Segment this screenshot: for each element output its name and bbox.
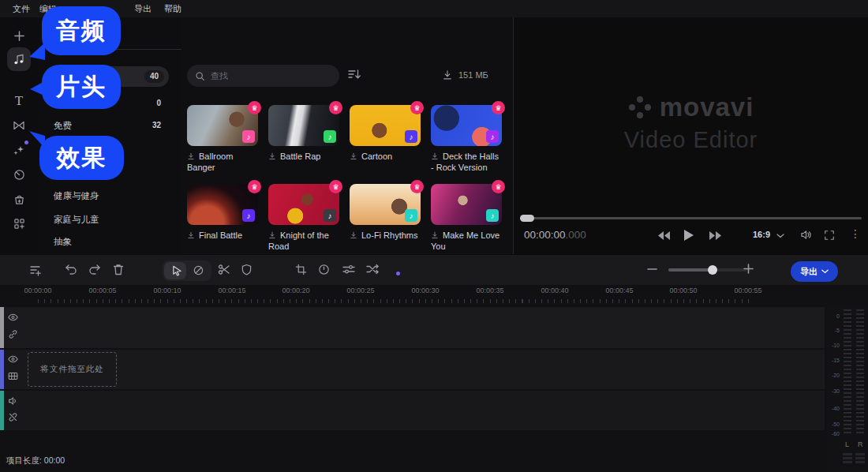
zoom-in-button[interactable] [743,264,754,274]
marker-button[interactable] [241,264,252,275]
music-card[interactable]: Make Me Love You [431,184,503,252]
zoom-out-button[interactable] [647,268,657,271]
undo-button[interactable] [65,264,77,275]
sort-icon [347,68,361,81]
music-note-badge [405,130,417,143]
music-thumbnail[interactable] [350,184,421,225]
speed-button[interactable] [318,264,330,275]
music-thumbnail[interactable] [268,184,339,225]
add-media-icon[interactable] [9,26,28,45]
callout-tail [29,129,45,148]
download-icon[interactable] [431,152,439,160]
file-drop-zone[interactable]: 将文件拖至此处 [28,352,117,387]
menu-help[interactable]: 帮助 [163,0,183,17]
zoom-out-icon [647,268,657,271]
track-type-button[interactable] [8,371,18,381]
ruler-label: 00:00:25 [341,287,380,294]
aspect-ratio-chevron[interactable] [776,234,784,238]
audio-icon[interactable] [7,47,31,71]
select-tool-button[interactable] [171,264,183,276]
download-all-button[interactable]: 151 МБ [442,69,488,81]
download-icon[interactable] [350,231,357,239]
store-icon[interactable] [9,189,28,208]
music-thumbnail[interactable] [431,184,502,225]
track-visibility-button[interactable] [8,355,18,363]
duration-icon[interactable] [9,165,28,184]
channel-label-right: R [858,440,863,448]
track-color-strip [0,350,4,389]
redo-icon [88,264,101,275]
add-to-timeline-button[interactable] [28,264,42,276]
fullscreen-icon [824,230,835,241]
search-box[interactable] [187,65,339,87]
category-item-abstract[interactable]: 抽象 [44,231,169,252]
linked-track[interactable] [0,307,825,348]
track-mute-button[interactable] [8,396,18,406]
category-item-health[interactable]: 健康与健身 [44,185,169,206]
fullscreen-button[interactable] [824,230,835,241]
category-item-free[interactable]: 免费 32 [44,115,169,136]
ruler-ticks[interactable] [38,299,753,303]
movavi-logo-icon [628,96,652,119]
menu-export[interactable]: 导出 [133,0,153,17]
adjustments-button[interactable] [342,264,355,275]
eye-icon [8,355,18,363]
previous-frame-button[interactable] [658,231,670,240]
category-item-family[interactable]: 家庭与儿童 [44,209,169,230]
track-unlink-button[interactable] [8,412,18,422]
music-card[interactable]: Lo-Fi Rhythms [350,184,422,241]
ruler-label: 00:00:20 [276,287,316,294]
split-button[interactable] [218,264,230,275]
aspect-ratio-selector[interactable]: 16:9 [753,230,770,239]
download-icon[interactable] [268,231,276,239]
music-thumbnail[interactable] [431,105,502,146]
menu-file[interactable]: 文件 [11,0,32,17]
redo-button[interactable] [88,264,101,275]
music-note-badge [242,209,255,222]
track-visibility-button[interactable] [8,313,18,321]
music-card[interactable]: Ballroom Banger [187,105,260,173]
meter-bar-right [856,309,864,436]
ruler-label: 00:00:35 [470,287,510,294]
delete-button[interactable] [113,264,124,275]
transition-wizard-button[interactable] [366,264,380,275]
transitions-icon[interactable] [9,116,28,135]
track-link-button[interactable] [8,329,18,339]
music-card[interactable]: Battle Rap [268,105,341,162]
music-card[interactable]: Final Battle [187,184,260,241]
link-edit-tool-button[interactable] [193,264,204,276]
export-button[interactable]: 导出 [791,261,838,282]
sort-button[interactable] [347,68,361,81]
volume-button[interactable] [800,230,812,240]
more-tools-icon[interactable] [9,214,28,233]
download-icon[interactable] [431,231,439,239]
video-track[interactable]: 将文件拖至此处 [0,350,825,389]
audio-track[interactable] [0,391,825,430]
search-input[interactable] [211,71,313,81]
crop-button[interactable] [295,264,307,275]
zoom-slider-handle[interactable] [708,265,717,275]
preview-more-button[interactable] [850,227,861,240]
download-icon[interactable] [187,231,195,239]
seek-bar[interactable] [520,217,862,219]
titles-icon[interactable]: T [9,92,28,111]
music-thumbnail[interactable] [268,105,339,146]
download-icon[interactable] [187,152,195,160]
next-frame-button[interactable] [709,231,721,240]
music-thumbnail[interactable] [187,184,258,225]
music-card[interactable]: Knight of the Road [268,184,341,252]
category-count-badge: 0 [156,97,161,110]
play-button[interactable] [684,230,694,241]
effects-icon[interactable] [9,140,28,159]
download-icon[interactable] [268,152,276,160]
music-card[interactable]: Deck the Halls - Rock Version [431,105,503,173]
timeline-zoom-slider[interactable] [668,268,747,272]
music-thumbnail[interactable] [187,105,258,146]
callout-titles: 片头 [42,65,121,109]
music-thumbnail[interactable] [350,105,421,146]
callout-audio: 音频 [42,6,121,55]
music-card[interactable]: Cartoon [350,105,422,162]
download-icon[interactable] [350,152,357,160]
music-title: Battle Rap [268,151,341,162]
seek-handle[interactable] [520,215,534,222]
